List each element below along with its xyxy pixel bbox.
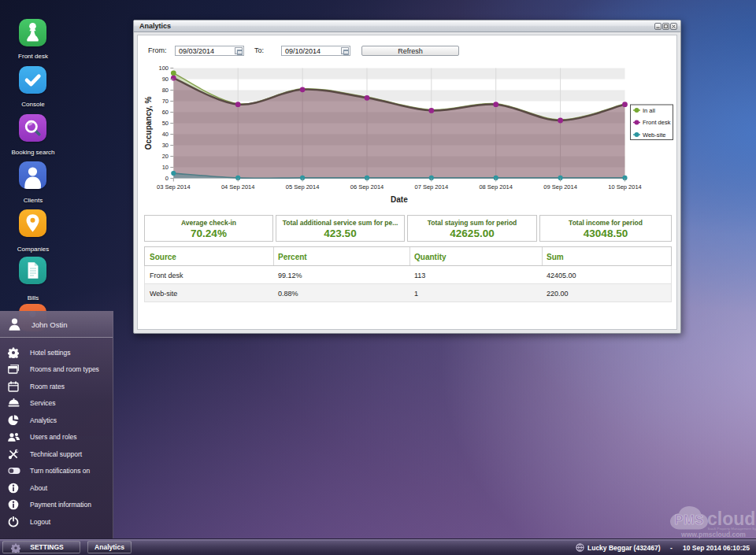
svg-text:09 Sep 2014: 09 Sep 2014 xyxy=(543,183,577,191)
svg-text:60: 60 xyxy=(162,109,169,116)
svg-text:05 Sep 2014: 05 Sep 2014 xyxy=(286,183,320,191)
svg-text:PMS: PMS xyxy=(675,512,704,527)
svg-text:Front desk: Front desk xyxy=(643,119,671,126)
svg-text:50: 50 xyxy=(162,120,169,127)
svg-text:40: 40 xyxy=(162,131,169,138)
svg-text:70: 70 xyxy=(162,98,169,105)
svg-text:10: 10 xyxy=(162,164,169,171)
svg-text:Web-site: Web-site xyxy=(643,131,665,139)
svg-text:04 Sep 2014: 04 Sep 2014 xyxy=(221,183,255,191)
svg-text:In all: In all xyxy=(643,107,655,114)
svg-text:06 Sep 2014: 06 Sep 2014 xyxy=(350,183,384,191)
svg-text:www.pmscloud.com: www.pmscloud.com xyxy=(680,531,746,538)
svg-text:100: 100 xyxy=(158,65,169,72)
svg-text:90: 90 xyxy=(162,76,169,83)
svg-text:08 Sep 2014: 08 Sep 2014 xyxy=(479,183,513,191)
svg-text:20: 20 xyxy=(162,153,169,160)
svg-text:80: 80 xyxy=(162,87,169,94)
svg-text:07 Sep 2014: 07 Sep 2014 xyxy=(415,183,449,191)
svg-text:03 Sep 2014: 03 Sep 2014 xyxy=(157,183,191,191)
svg-text:Date: Date xyxy=(391,195,408,204)
svg-text:30: 30 xyxy=(162,142,169,149)
svg-text:0: 0 xyxy=(165,175,169,182)
svg-text:10 Sep 2014: 10 Sep 2014 xyxy=(608,183,642,191)
svg-text:Occupancy, %: Occupancy, % xyxy=(144,97,153,150)
